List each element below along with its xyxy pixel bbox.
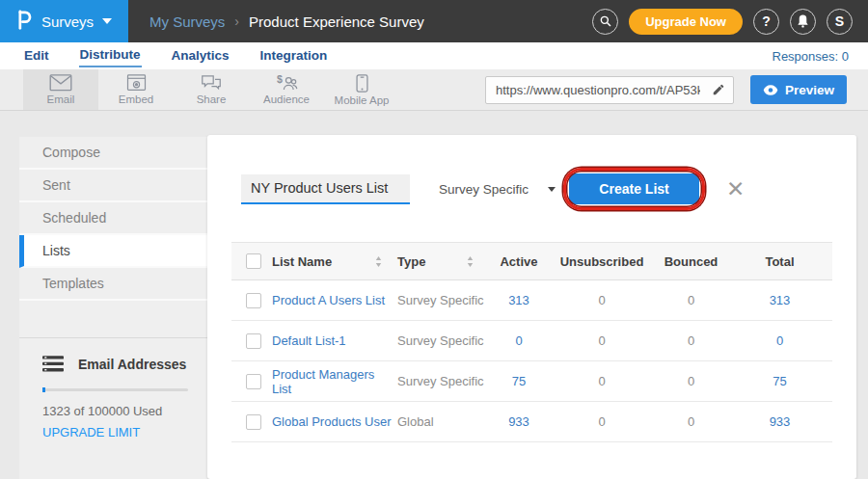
email-icon — [49, 74, 72, 92]
unsubscribed-count: 0 — [549, 293, 655, 307]
search-button[interactable] — [592, 9, 618, 35]
table-header-row: List Name Type Active Unsubscribed Bounc… — [231, 242, 832, 280]
toolbar-tab-share[interactable]: Share — [174, 69, 249, 110]
breadcrumb: My Surveys › Product Experience Survey — [149, 13, 424, 30]
list-name-input[interactable] — [241, 174, 410, 204]
survey-url-input[interactable] — [486, 83, 704, 97]
column-header-list-name[interactable]: List Name — [272, 254, 397, 269]
toolbar-tab-embed[interactable]: Embed — [98, 69, 174, 110]
sidebar-item-sent[interactable]: Sent — [19, 170, 207, 202]
sidebar-spacer — [19, 301, 207, 337]
list-type: Survey Specific — [397, 333, 489, 348]
usage-text: 1323 of 100000 Used — [42, 404, 188, 418]
list-name-link[interactable]: Product A Users List — [272, 293, 397, 307]
select-all-checkbox[interactable] — [246, 253, 261, 269]
email-addresses-title: Email Addresses — [78, 357, 186, 372]
total-count[interactable]: 933 — [727, 414, 832, 429]
product-label: Surveys — [41, 13, 94, 30]
chevron-down-icon — [548, 187, 556, 192]
responses-count[interactable]: Responses: 0 — [773, 49, 850, 64]
audience-icon: $ — [276, 74, 298, 92]
list-name-link[interactable]: Global Products User — [272, 414, 397, 429]
row-checkbox[interactable] — [246, 333, 261, 349]
help-button[interactable]: ? — [753, 9, 779, 35]
active-count[interactable]: 313 — [489, 293, 549, 307]
usage-progress-fill — [42, 387, 45, 392]
usage-progress-bar — [42, 388, 188, 391]
row-checkbox[interactable] — [246, 293, 261, 308]
email-lists-table: List Name Type Active Unsubscribed Bounc… — [231, 242, 832, 442]
toolbar-tab-audience[interactable]: $ Audience — [249, 69, 324, 110]
survey-subnav: Edit Distribute Analytics Integration Re… — [0, 42, 868, 69]
total-count[interactable]: 75 — [727, 374, 832, 388]
tab-analytics[interactable]: Analytics — [171, 45, 231, 67]
column-header-active: Active — [489, 254, 549, 269]
list-name-link[interactable]: Product Managers List — [272, 367, 397, 396]
toolbar-right: Preview — [485, 69, 868, 110]
avatar-letter: S — [835, 13, 844, 29]
email-addresses-section: Email Addresses 1323 of 100000 Used UPGR… — [19, 337, 207, 440]
table-row: Product Managers List Survey Specific 75… — [231, 361, 832, 402]
share-icon — [201, 74, 222, 92]
distribute-toolbar: Email Embed Share $ Audience Mobile App … — [0, 69, 868, 111]
sort-icon[interactable] — [467, 256, 474, 267]
breadcrumb-separator: › — [234, 13, 239, 29]
question-mark-icon: ? — [762, 13, 771, 29]
questionpro-logo-icon — [16, 8, 33, 35]
bounced-count: 0 — [655, 374, 727, 388]
chevron-down-icon — [102, 18, 112, 24]
close-icon[interactable]: ✕ — [726, 178, 745, 200]
total-count[interactable]: 313 — [727, 293, 832, 307]
preview-button[interactable]: Preview — [750, 75, 847, 104]
sidebar-item-templates[interactable]: Templates — [19, 268, 207, 301]
unsubscribed-count: 0 — [549, 374, 655, 388]
sidebar-item-lists[interactable]: Lists — [19, 235, 207, 268]
active-count[interactable]: 933 — [489, 414, 549, 429]
active-count[interactable]: 75 — [489, 374, 549, 388]
upgrade-now-button[interactable]: Upgrade Now — [629, 9, 743, 35]
sidebar-item-scheduled[interactable]: Scheduled — [19, 202, 207, 235]
sidebar-item-compose[interactable]: Compose — [19, 137, 207, 170]
create-list-button[interactable]: Create List — [569, 173, 699, 204]
bell-icon — [797, 14, 809, 28]
unsubscribed-count: 0 — [549, 414, 655, 429]
embed-icon — [126, 74, 147, 92]
toolbar-tab-email[interactable]: Email — [23, 69, 98, 110]
bounced-count: 0 — [655, 333, 727, 348]
edit-url-button[interactable] — [704, 77, 733, 103]
notifications-button[interactable] — [790, 9, 816, 35]
mobile-app-icon — [356, 74, 368, 93]
list-name-link[interactable]: Default List-1 — [272, 333, 397, 348]
list-type: Survey Specific — [397, 293, 489, 307]
column-header-bounced: Bounced — [655, 254, 727, 269]
svg-text:$: $ — [276, 74, 282, 85]
account-avatar[interactable]: S — [827, 9, 853, 35]
row-checkbox[interactable] — [246, 374, 261, 389]
bounced-count: 0 — [655, 293, 727, 307]
tab-integration[interactable]: Integration — [259, 45, 329, 67]
survey-url-box — [485, 76, 734, 104]
surveys-product-menu[interactable]: Surveys — [0, 0, 128, 42]
total-count[interactable]: 0 — [727, 333, 832, 348]
breadcrumb-my-surveys[interactable]: My Surveys — [149, 13, 225, 30]
column-header-total: Total — [727, 254, 832, 269]
tab-distribute[interactable]: Distribute — [79, 44, 142, 67]
list-type: Global — [397, 414, 489, 429]
column-header-unsubscribed: Unsubscribed — [549, 254, 655, 269]
sort-icon[interactable] — [375, 256, 382, 267]
upgrade-limit-link[interactable]: UPGRADE LIMIT — [42, 425, 140, 439]
eye-icon — [763, 85, 778, 95]
create-list-form: Survey Specific Create List ✕ — [241, 173, 832, 204]
top-header: Surveys My Surveys › Product Experience … — [0, 0, 868, 42]
row-checkbox[interactable] — [246, 414, 261, 430]
unsubscribed-count: 0 — [549, 333, 655, 348]
bounced-count: 0 — [655, 414, 727, 429]
tab-edit[interactable]: Edit — [23, 45, 50, 67]
pencil-icon — [712, 83, 725, 96]
header-actions: Upgrade Now ? S — [592, 9, 868, 35]
table-row: Default List-1 Survey Specific 0 0 0 0 — [231, 321, 832, 361]
toolbar-tab-mobile-app[interactable]: Mobile App — [324, 69, 399, 110]
active-count[interactable]: 0 — [489, 333, 549, 348]
list-type-dropdown[interactable]: Survey Specific — [439, 182, 556, 197]
column-header-type[interactable]: Type — [397, 254, 489, 269]
